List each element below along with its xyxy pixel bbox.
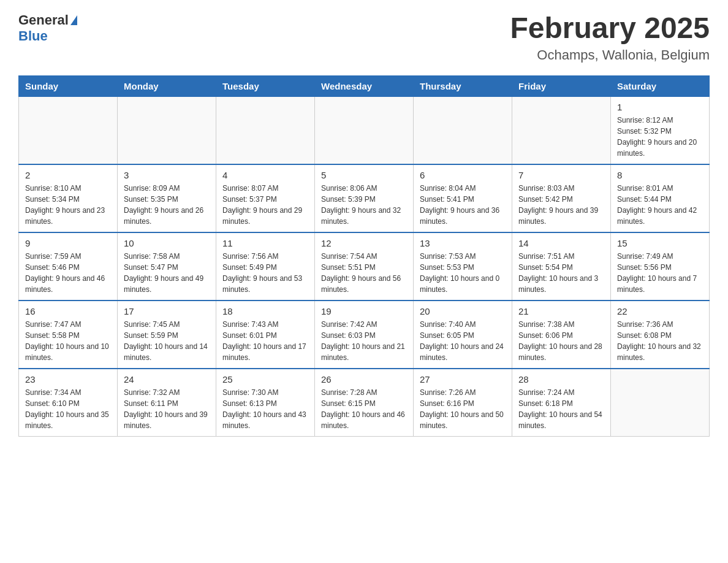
calendar-cell: 14Sunrise: 7:51 AM Sunset: 5:54 PM Dayli… — [512, 232, 611, 301]
day-number: 22 — [617, 306, 703, 316]
day-number: 13 — [420, 238, 506, 248]
weekday-header-tuesday: Tuesday — [216, 75, 315, 96]
calendar-cell: 13Sunrise: 7:53 AM Sunset: 5:53 PM Dayli… — [414, 232, 512, 301]
day-number: 20 — [420, 306, 506, 316]
day-info: Sunrise: 8:03 AM Sunset: 5:42 PM Dayligh… — [518, 183, 604, 227]
day-number: 5 — [321, 170, 407, 180]
calendar-cell: 28Sunrise: 7:24 AM Sunset: 6:18 PM Dayli… — [512, 369, 611, 437]
page-header: General Blue February 2025 Ochamps, Wall… — [18, 12, 710, 63]
calendar-cell: 16Sunrise: 7:47 AM Sunset: 5:58 PM Dayli… — [19, 301, 118, 369]
day-number: 27 — [420, 374, 506, 385]
day-number: 8 — [617, 170, 703, 180]
calendar-cell: 4Sunrise: 8:07 AM Sunset: 5:37 PM Daylig… — [216, 164, 315, 232]
day-number: 19 — [321, 306, 407, 316]
calendar-cell: 27Sunrise: 7:26 AM Sunset: 6:16 PM Dayli… — [414, 369, 512, 437]
calendar-cell: 17Sunrise: 7:45 AM Sunset: 5:59 PM Dayli… — [118, 301, 216, 369]
calendar-cell — [512, 96, 611, 164]
day-number: 21 — [518, 306, 604, 316]
weekday-header-thursday: Thursday — [414, 75, 512, 96]
day-info: Sunrise: 7:58 AM Sunset: 5:47 PM Dayligh… — [124, 251, 210, 295]
calendar-cell: 5Sunrise: 8:06 AM Sunset: 5:39 PM Daylig… — [315, 164, 414, 232]
calendar-cell: 20Sunrise: 7:40 AM Sunset: 6:05 PM Dayli… — [414, 301, 512, 369]
day-info: Sunrise: 7:47 AM Sunset: 5:58 PM Dayligh… — [25, 319, 111, 363]
day-info: Sunrise: 7:42 AM Sunset: 6:03 PM Dayligh… — [321, 319, 407, 363]
logo: General Blue — [18, 12, 77, 44]
logo-text-blue: Blue — [18, 28, 48, 44]
calendar-cell: 12Sunrise: 7:54 AM Sunset: 5:51 PM Dayli… — [315, 232, 414, 301]
calendar-cell — [414, 96, 512, 164]
day-info: Sunrise: 8:01 AM Sunset: 5:44 PM Dayligh… — [617, 183, 703, 227]
day-info: Sunrise: 8:07 AM Sunset: 5:37 PM Dayligh… — [222, 183, 308, 227]
weekday-header-monday: Monday — [118, 75, 216, 96]
weekday-header-row: SundayMondayTuesdayWednesdayThursdayFrid… — [19, 75, 710, 96]
calendar-cell — [19, 96, 118, 164]
day-number: 14 — [518, 238, 604, 248]
weekday-header-wednesday: Wednesday — [315, 75, 414, 96]
day-info: Sunrise: 8:06 AM Sunset: 5:39 PM Dayligh… — [321, 183, 407, 227]
day-info: Sunrise: 7:56 AM Sunset: 5:49 PM Dayligh… — [222, 251, 308, 295]
day-number: 10 — [124, 238, 210, 248]
calendar-cell: 19Sunrise: 7:42 AM Sunset: 6:03 PM Dayli… — [315, 301, 414, 369]
calendar-cell: 2Sunrise: 8:10 AM Sunset: 5:34 PM Daylig… — [19, 164, 118, 232]
calendar-table: SundayMondayTuesdayWednesdayThursdayFrid… — [18, 75, 710, 437]
day-info: Sunrise: 8:12 AM Sunset: 5:32 PM Dayligh… — [617, 115, 703, 159]
day-number: 11 — [222, 238, 308, 248]
location-title: Ochamps, Wallonia, Belgium — [510, 47, 710, 63]
day-number: 2 — [25, 170, 111, 180]
calendar-cell: 1Sunrise: 8:12 AM Sunset: 5:32 PM Daylig… — [611, 96, 710, 164]
weekday-header-friday: Friday — [512, 75, 611, 96]
day-number: 16 — [25, 306, 111, 316]
title-block: February 2025 Ochamps, Wallonia, Belgium — [510, 12, 710, 63]
calendar-week-row: 16Sunrise: 7:47 AM Sunset: 5:58 PM Dayli… — [19, 301, 710, 369]
calendar-cell: 21Sunrise: 7:38 AM Sunset: 6:06 PM Dayli… — [512, 301, 611, 369]
day-info: Sunrise: 8:04 AM Sunset: 5:41 PM Dayligh… — [420, 183, 506, 227]
day-info: Sunrise: 7:24 AM Sunset: 6:18 PM Dayligh… — [518, 387, 604, 431]
day-info: Sunrise: 7:38 AM Sunset: 6:06 PM Dayligh… — [518, 319, 604, 363]
calendar-cell — [118, 96, 216, 164]
calendar-cell: 9Sunrise: 7:59 AM Sunset: 5:46 PM Daylig… — [19, 232, 118, 301]
day-number: 28 — [518, 374, 604, 385]
day-info: Sunrise: 7:45 AM Sunset: 5:59 PM Dayligh… — [124, 319, 210, 363]
calendar-cell: 18Sunrise: 7:43 AM Sunset: 6:01 PM Dayli… — [216, 301, 315, 369]
day-info: Sunrise: 7:53 AM Sunset: 5:53 PM Dayligh… — [420, 251, 506, 295]
day-info: Sunrise: 7:43 AM Sunset: 6:01 PM Dayligh… — [222, 319, 308, 363]
calendar-cell: 25Sunrise: 7:30 AM Sunset: 6:13 PM Dayli… — [216, 369, 315, 437]
calendar-cell: 22Sunrise: 7:36 AM Sunset: 6:08 PM Dayli… — [611, 301, 710, 369]
day-info: Sunrise: 7:32 AM Sunset: 6:11 PM Dayligh… — [124, 387, 210, 431]
calendar-week-row: 1Sunrise: 8:12 AM Sunset: 5:32 PM Daylig… — [19, 96, 710, 164]
day-info: Sunrise: 7:54 AM Sunset: 5:51 PM Dayligh… — [321, 251, 407, 295]
calendar-cell — [216, 96, 315, 164]
day-number: 18 — [222, 306, 308, 316]
calendar-cell: 6Sunrise: 8:04 AM Sunset: 5:41 PM Daylig… — [414, 164, 512, 232]
day-number: 12 — [321, 238, 407, 248]
day-number: 26 — [321, 374, 407, 385]
weekday-header-saturday: Saturday — [611, 75, 710, 96]
day-info: Sunrise: 7:36 AM Sunset: 6:08 PM Dayligh… — [617, 319, 703, 363]
day-number: 17 — [124, 306, 210, 316]
day-info: Sunrise: 7:51 AM Sunset: 5:54 PM Dayligh… — [518, 251, 604, 295]
day-number: 4 — [222, 170, 308, 180]
day-info: Sunrise: 7:30 AM Sunset: 6:13 PM Dayligh… — [222, 387, 308, 431]
weekday-header-sunday: Sunday — [19, 75, 118, 96]
day-info: Sunrise: 8:10 AM Sunset: 5:34 PM Dayligh… — [25, 183, 111, 227]
day-number: 15 — [617, 238, 703, 248]
day-number: 7 — [518, 170, 604, 180]
calendar-cell: 26Sunrise: 7:28 AM Sunset: 6:15 PM Dayli… — [315, 369, 414, 437]
day-number: 23 — [25, 374, 111, 385]
day-info: Sunrise: 7:49 AM Sunset: 5:56 PM Dayligh… — [617, 251, 703, 295]
calendar-cell: 23Sunrise: 7:34 AM Sunset: 6:10 PM Dayli… — [19, 369, 118, 437]
calendar-cell: 15Sunrise: 7:49 AM Sunset: 5:56 PM Dayli… — [611, 232, 710, 301]
calendar-cell: 11Sunrise: 7:56 AM Sunset: 5:49 PM Dayli… — [216, 232, 315, 301]
day-number: 9 — [25, 238, 111, 248]
day-number: 24 — [124, 374, 210, 385]
calendar-cell: 7Sunrise: 8:03 AM Sunset: 5:42 PM Daylig… — [512, 164, 611, 232]
day-info: Sunrise: 7:26 AM Sunset: 6:16 PM Dayligh… — [420, 387, 506, 431]
day-number: 6 — [420, 170, 506, 180]
logo-text-general: General — [18, 12, 69, 28]
calendar-cell: 3Sunrise: 8:09 AM Sunset: 5:35 PM Daylig… — [118, 164, 216, 232]
day-number: 1 — [617, 102, 703, 112]
day-info: Sunrise: 7:34 AM Sunset: 6:10 PM Dayligh… — [25, 387, 111, 431]
day-info: Sunrise: 7:40 AM Sunset: 6:05 PM Dayligh… — [420, 319, 506, 363]
calendar-cell: 24Sunrise: 7:32 AM Sunset: 6:11 PM Dayli… — [118, 369, 216, 437]
calendar-cell — [315, 96, 414, 164]
